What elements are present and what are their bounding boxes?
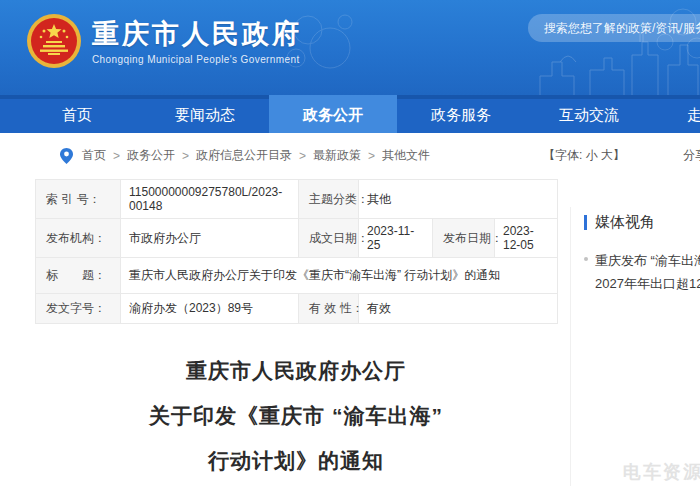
font-size-control: 【字体: 小 大】 bbox=[543, 147, 625, 178]
site-subtitle: Chongqing Municipal People's Government bbox=[92, 54, 302, 65]
nav-tab-home[interactable]: 首页 bbox=[13, 95, 141, 133]
written-date-label: 成文日期： bbox=[299, 219, 359, 258]
breadcrumb-separator: > bbox=[368, 149, 375, 163]
breadcrumb-other-documents: 其他文件 bbox=[382, 147, 430, 164]
document-info-table: 索 引 号： 11500000009275780L/2023-00148 主题分… bbox=[35, 179, 558, 324]
document-title-line: 关于印发《重庆市 “渝车出海” bbox=[35, 393, 557, 438]
font-size-small-button[interactable]: 小 bbox=[586, 148, 598, 162]
sidebar-article-line: 重庆发布 “渝车出海” bbox=[595, 249, 700, 272]
table-row: 标 题： 重庆市人民政府办公厅关于印发《重庆市“渝车出海” 行动计划》的通知 bbox=[36, 258, 558, 294]
index-number-label: 索 引 号： bbox=[36, 180, 121, 219]
nav-tab-news[interactable]: 要闻动态 bbox=[141, 95, 269, 133]
main-column: 索 引 号： 11500000009275780L/2023-00148 主题分… bbox=[35, 179, 557, 486]
title-value: 重庆市人民政府办公厅关于印发《重庆市“渝车出海” 行动计划》的通知 bbox=[121, 258, 558, 294]
share-button[interactable]: 分享 bbox=[683, 147, 700, 164]
nav-tab-interaction[interactable]: 互动交流 bbox=[525, 95, 653, 133]
nav-tab-gov-info[interactable]: 政务公开 bbox=[269, 95, 397, 133]
issuing-agency-label: 发布机构： bbox=[36, 219, 121, 258]
document-title: 重庆市人民政府办公厅 关于印发《重庆市 “渝车出海” 行动计划》的通知 bbox=[35, 348, 557, 483]
breadcrumb-home[interactable]: 首页 bbox=[82, 147, 106, 164]
main-nav: 首页 要闻动态 政务公开 政务服务 互动交流 走进重庆 bbox=[0, 95, 700, 133]
title-label: 标 题： bbox=[36, 258, 121, 294]
sidebar: 媒体视角 重庆发布 “渝车出海” 2027年年出口超1200 bbox=[570, 207, 700, 486]
nav-tab-about[interactable]: 走进重庆 bbox=[653, 95, 700, 133]
nav-tab-services[interactable]: 政务服务 bbox=[397, 95, 525, 133]
breadcrumb-separator: > bbox=[299, 149, 306, 163]
table-row: 索 引 号： 11500000009275780L/2023-00148 主题分… bbox=[36, 180, 558, 219]
publish-date-value: 2023-12-05 bbox=[495, 219, 558, 258]
topic-category-value: 其他 bbox=[359, 180, 558, 219]
issuing-agency-value: 市政府办公厅 bbox=[121, 219, 299, 258]
font-size-label-suffix: 】 bbox=[613, 148, 625, 162]
section-accent-bar bbox=[584, 215, 587, 230]
font-size-large-button[interactable]: 大 bbox=[601, 148, 613, 162]
publish-date-label: 发布日期： bbox=[433, 219, 495, 258]
sidebar-article-line: 2027年年出口超1200 bbox=[595, 272, 700, 295]
breadcrumb: 首页 > 政务公开 > 政府信息公开目录 > 最新政策 > 其他文件 bbox=[60, 147, 430, 164]
search-box[interactable] bbox=[528, 14, 700, 42]
breadcrumb-gov-info[interactable]: 政务公开 bbox=[127, 147, 175, 164]
document-title-line: 行动计划》的通知 bbox=[35, 438, 557, 483]
sidebar-section-title: 媒体视角 bbox=[595, 213, 655, 232]
site-title-block: 重庆市人民政府 Chongqing Municipal People's Gov… bbox=[92, 18, 302, 65]
sidebar-section-media-view: 媒体视角 bbox=[584, 213, 700, 232]
breadcrumb-info-directory[interactable]: 政府信息公开目录 bbox=[196, 147, 292, 164]
breadcrumb-separator: > bbox=[182, 149, 189, 163]
breadcrumb-separator: > bbox=[113, 149, 120, 163]
search-input[interactable] bbox=[542, 20, 700, 36]
sidebar-article-link[interactable]: 重庆发布 “渝车出海” 2027年年出口超1200 bbox=[584, 249, 700, 295]
location-pin-icon bbox=[60, 148, 73, 164]
written-date-value: 2023-11-25 bbox=[359, 219, 433, 258]
site-title: 重庆市人民政府 bbox=[92, 18, 302, 50]
index-number-value: 11500000009275780L/2023-00148 bbox=[121, 180, 299, 219]
breadcrumb-latest-policy[interactable]: 最新政策 bbox=[313, 147, 361, 164]
doc-number-value: 渝府办发（2023）89号 bbox=[121, 294, 299, 324]
national-emblem-logo bbox=[26, 13, 82, 69]
site-header: 重庆市人民政府 Chongqing Municipal People's Gov… bbox=[0, 0, 700, 95]
document-title-line: 重庆市人民政府办公厅 bbox=[35, 348, 557, 393]
page: 重庆市人民政府 Chongqing Municipal People's Gov… bbox=[0, 0, 700, 486]
validity-value: 有效 bbox=[359, 294, 558, 324]
table-row: 发布机构： 市政府办公厅 成文日期： 2023-11-25 发布日期： 2023… bbox=[36, 219, 558, 258]
validity-label: 有 效 性： bbox=[299, 294, 359, 324]
doc-number-label: 发文字号： bbox=[36, 294, 121, 324]
table-row: 发文字号： 渝府办发（2023）89号 有 效 性： 有效 bbox=[36, 294, 558, 324]
watermark: 电车资源 bbox=[623, 460, 700, 484]
font-size-label: 【字体: bbox=[543, 148, 586, 162]
bullet-dot-icon bbox=[584, 257, 588, 261]
topic-category-label: 主题分类： bbox=[299, 180, 359, 219]
breadcrumb-toolbar: 首页 > 政务公开 > 政府信息公开目录 > 最新政策 > 其他文件 【字体: … bbox=[0, 139, 700, 173]
